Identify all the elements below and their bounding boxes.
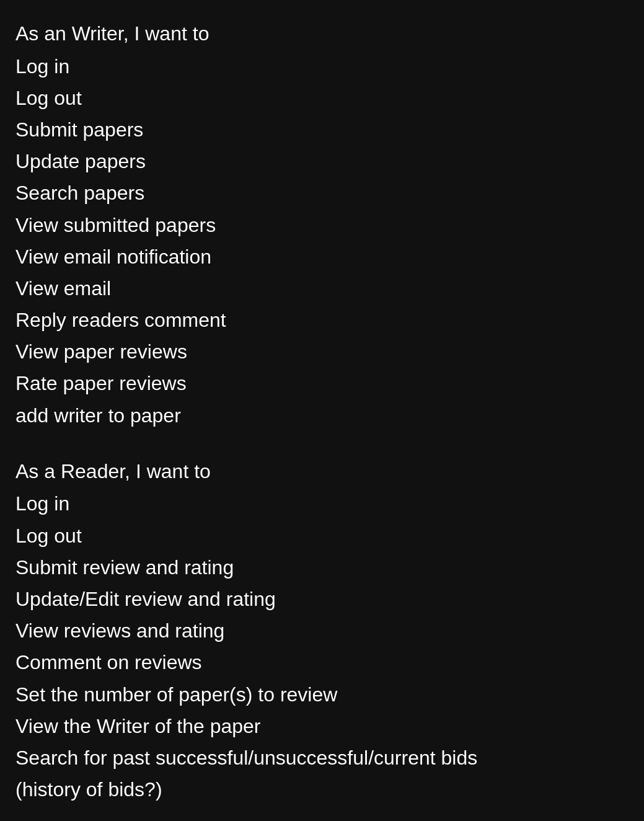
writer-items-list: Log inLog outSubmit papersUpdate papersS… <box>15 51 629 432</box>
writer-item-8: Reply readers comment <box>15 304 629 336</box>
writer-item-1: Log out <box>15 82 629 114</box>
writer-item-11: add writer to paper <box>15 400 629 432</box>
writer-section: As an Writer, I want to Log inLog outSub… <box>15 19 629 432</box>
writer-item-5: View submitted papers <box>15 210 629 241</box>
reader-item-2: Submit review and rating <box>15 552 629 584</box>
reader-items-list: Log inLog outSubmit review and ratingUpd… <box>15 488 629 805</box>
writer-item-2: Submit papers <box>15 114 629 146</box>
writer-item-7: View email <box>15 273 629 304</box>
reader-item-1: Log out <box>15 520 629 552</box>
writer-item-3: Update papers <box>15 146 629 177</box>
writer-item-0: Log in <box>15 51 629 82</box>
reader-item-6: Set the number of paper(s) to review <box>15 679 629 711</box>
reader-section-title: As a Reader, I want to <box>15 456 629 487</box>
reader-item-8: Search for past successful/unsuccessful/… <box>15 742 629 774</box>
writer-item-6: View email notification <box>15 241 629 273</box>
reader-item-5: Comment on reviews <box>15 647 629 678</box>
reader-item-3: Update/Edit review and rating <box>15 584 629 615</box>
writer-item-9: View paper reviews <box>15 336 629 368</box>
reader-item-0: Log in <box>15 488 629 520</box>
writer-item-10: Rate paper reviews <box>15 368 629 399</box>
reader-item-9: (history of bids?) <box>15 774 629 805</box>
reader-item-7: View the Writer of the paper <box>15 711 629 742</box>
reader-section: As a Reader, I want to Log inLog outSubm… <box>15 456 629 805</box>
writer-item-4: Search papers <box>15 177 629 209</box>
reader-item-4: View reviews and rating <box>15 615 629 647</box>
writer-section-title: As an Writer, I want to <box>15 19 629 50</box>
